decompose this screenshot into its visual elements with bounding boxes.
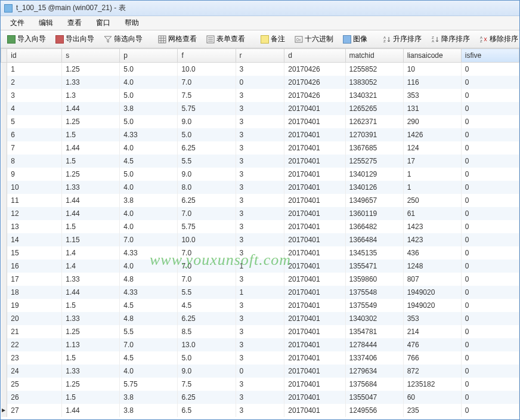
cell-s[interactable]: 1.5 <box>62 155 120 168</box>
cell-liansaicode[interactable]: 1423 <box>403 220 461 233</box>
cell-d[interactable]: 20170401 <box>284 233 345 246</box>
cell-s[interactable]: 1.44 <box>62 286 120 299</box>
cell-s[interactable]: 1.33 <box>62 273 120 286</box>
cell-p[interactable]: 4.0 <box>120 181 178 194</box>
cell-f[interactable]: 4.5 <box>178 299 236 312</box>
cell-matchid[interactable]: 1375548 <box>345 286 403 299</box>
cell-s[interactable]: 1.15 <box>62 233 120 246</box>
cell-f[interactable]: 5.5 <box>178 155 236 168</box>
cell-id[interactable]: 22 <box>7 338 62 351</box>
cell-p[interactable]: 3.8 <box>120 102 178 115</box>
cell-r[interactable]: 3 <box>236 89 284 102</box>
column-header-isfive[interactable]: isfive <box>461 49 519 63</box>
cell-liansaicode[interactable]: 436 <box>403 246 461 260</box>
cell-id[interactable]: 27 <box>7 404 62 417</box>
table-row[interactable]: 231.54.55.032017040113374067660 <box>1 351 519 365</box>
cell-p[interactable]: 4.33 <box>120 286 178 299</box>
cell-liansaicode[interactable]: 61 <box>403 207 461 220</box>
cell-matchid[interactable]: 1375684 <box>345 378 403 391</box>
cell-s[interactable]: 1.5 <box>62 391 120 404</box>
cell-matchid[interactable]: 1367685 <box>345 141 403 155</box>
cell-liansaicode[interactable]: 1248 <box>403 260 461 273</box>
cell-d[interactable]: 20170401 <box>284 115 345 128</box>
cell-liansaicode[interactable]: 353 <box>403 312 461 325</box>
table-row[interactable]: 141.157.010.0320170401136648414230 <box>1 233 519 246</box>
table-row[interactable]: 251.255.757.5320170401137568412351820 <box>1 378 519 391</box>
cell-r[interactable]: 3 <box>236 273 284 286</box>
cell-f[interactable]: 6.25 <box>178 391 236 404</box>
cell-isfive[interactable]: 0 <box>461 365 519 378</box>
cell-r[interactable]: 3 <box>236 325 284 338</box>
cell-p[interactable]: 4.5 <box>120 351 178 365</box>
menu-edit[interactable]: 编辑 <box>32 16 60 30</box>
cell-p[interactable]: 4.0 <box>120 260 178 273</box>
export-wizard-button[interactable]: 导出向导 <box>51 32 98 46</box>
cell-liansaicode[interactable]: 235 <box>403 404 461 417</box>
cell-id[interactable]: 4 <box>7 102 62 115</box>
cell-f[interactable]: 9.0 <box>178 168 236 181</box>
cell-isfive[interactable]: 0 <box>461 233 519 246</box>
cell-d[interactable]: 20170401 <box>284 155 345 168</box>
cell-s[interactable]: 1.25 <box>62 325 120 338</box>
cell-id[interactable]: 20 <box>7 312 62 325</box>
cell-p[interactable]: 7.0 <box>120 338 178 351</box>
cell-isfive[interactable]: 0 <box>461 89 519 102</box>
cell-liansaicode[interactable]: 872 <box>403 365 461 378</box>
cell-d[interactable]: 20170401 <box>284 260 345 273</box>
table-row[interactable]: 101.334.08.0320170401134012610 <box>1 181 519 194</box>
cell-id[interactable]: 3 <box>7 89 62 102</box>
cell-isfive[interactable]: 0 <box>461 325 519 338</box>
table-row[interactable]: 131.54.05.75320170401136648214230 <box>1 220 519 233</box>
cell-f[interactable]: 6.25 <box>178 194 236 207</box>
cell-isfive[interactable]: 0 <box>461 286 519 299</box>
cell-d[interactable]: 20170401 <box>284 220 345 233</box>
table-row[interactable]: 41.443.85.7532017040112652651310 <box>1 102 519 115</box>
cell-p[interactable]: 7.0 <box>120 233 178 246</box>
cell-s[interactable]: 1.4 <box>62 260 120 273</box>
cell-p[interactable]: 4.8 <box>120 273 178 286</box>
cell-id[interactable]: 23 <box>7 351 62 365</box>
cell-f[interactable]: 5.5 <box>178 286 236 299</box>
cell-r[interactable]: 3 <box>236 168 284 181</box>
hex-button[interactable]: 0x 十六进制 <box>290 32 338 46</box>
cell-matchid[interactable]: 1249556 <box>345 404 403 417</box>
cell-r[interactable]: 3 <box>236 299 284 312</box>
cell-matchid[interactable]: 1340129 <box>345 168 403 181</box>
cell-r[interactable]: 3 <box>236 220 284 233</box>
table-row[interactable]: 71.444.06.2532017040113676851240 <box>1 141 519 155</box>
cell-f[interactable]: 7.0 <box>178 76 236 89</box>
menu-view[interactable]: 查看 <box>60 16 89 30</box>
cell-d[interactable]: 20170401 <box>284 273 345 286</box>
cell-f[interactable]: 7.0 <box>178 246 236 260</box>
cell-d[interactable]: 20170426 <box>284 63 345 76</box>
cell-liansaicode[interactable]: 10 <box>403 63 461 76</box>
note-button[interactable]: 备注 <box>256 32 289 46</box>
cell-d[interactable]: 20170401 <box>284 338 345 351</box>
cell-d[interactable]: 20170426 <box>284 76 345 89</box>
cell-isfive[interactable]: 0 <box>461 404 519 417</box>
cell-matchid[interactable]: 1279634 <box>345 365 403 378</box>
cell-p[interactable]: 5.0 <box>120 115 178 128</box>
cell-s[interactable]: 1.33 <box>62 181 120 194</box>
cell-liansaicode[interactable]: 1949020 <box>403 299 461 312</box>
cell-r[interactable]: 3 <box>236 312 284 325</box>
cell-p[interactable]: 4.5 <box>120 299 178 312</box>
table-row[interactable]: 121.444.07.03201704011360119610 <box>1 207 519 220</box>
cell-d[interactable]: 20170401 <box>284 128 345 141</box>
column-header-liansaicode[interactable]: liansaicode <box>403 49 461 63</box>
cell-liansaicode[interactable]: 1 <box>403 168 461 181</box>
cell-r[interactable]: 3 <box>236 391 284 404</box>
data-grid[interactable]: idspfrdmatchidliansaicodeisfive 11.255.0… <box>1 48 519 417</box>
cell-id[interactable]: 10 <box>7 181 62 194</box>
table-row[interactable]: ▶271.443.86.532017040112495562350 <box>1 404 519 417</box>
cell-liansaicode[interactable]: 1235182 <box>403 378 461 391</box>
sort-desc-button[interactable]: ZA 降序排序 <box>427 32 474 46</box>
cell-f[interactable]: 5.75 <box>178 102 236 115</box>
cell-isfive[interactable]: 0 <box>461 63 519 76</box>
cell-s[interactable]: 1.44 <box>62 141 120 155</box>
cell-liansaicode[interactable]: 131 <box>403 102 461 115</box>
cell-s[interactable]: 1.44 <box>62 102 120 115</box>
cell-f[interactable]: 7.5 <box>178 89 236 102</box>
table-row[interactable]: 261.53.86.253201704011355047600 <box>1 391 519 404</box>
cell-matchid[interactable]: 1354781 <box>345 325 403 338</box>
